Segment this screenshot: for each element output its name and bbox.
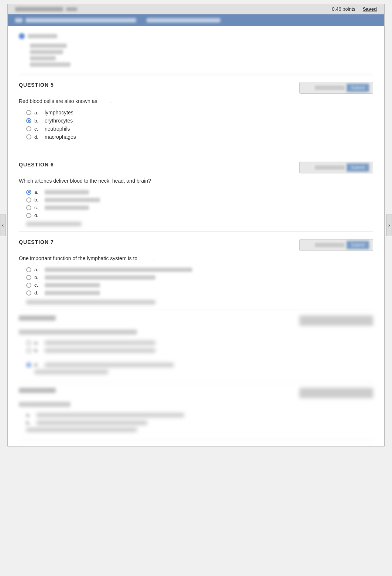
question-6-block: QUESTION 6 Submit Which arteries deliver…: [19, 154, 373, 232]
nav-right-arrow[interactable]: ›: [386, 214, 392, 236]
blue-title-content: [15, 18, 377, 23]
radio-7d[interactable]: [26, 290, 31, 296]
answer-7b-text: [45, 275, 155, 280]
question-5-score-btn[interactable]: Submit: [347, 84, 369, 92]
question-7-number: QUESTION 7: [19, 239, 54, 245]
question-8-answers: a. b. d.: [19, 340, 373, 374]
answer-8d-text: [45, 363, 174, 367]
question-8-text-blurred: [19, 330, 137, 335]
blue-title-bar: [8, 14, 384, 26]
answer-7a[interactable]: a.: [26, 267, 373, 272]
answer-8e: [26, 370, 373, 374]
answer-8b-text: [45, 348, 155, 353]
radio-5d[interactable]: [26, 134, 31, 139]
answer-7a-text: [45, 268, 192, 272]
answer-6c[interactable]: c.: [26, 205, 373, 210]
answer-8e-text: [34, 370, 108, 374]
radio-5c[interactable]: [26, 126, 31, 131]
radio-5b[interactable]: [26, 118, 31, 123]
question-9-header: [19, 388, 373, 398]
saved-display: Saved: [363, 6, 377, 12]
question-7-block: QUESTION 7 Submit One important function…: [19, 232, 373, 310]
answer-9b-text: [37, 421, 147, 425]
question-7-hint: [19, 299, 373, 306]
question-5-score-box: Submit: [299, 82, 373, 94]
page-container: ‹ › 0.46 points Saved: [0, 0, 392, 450]
radio-7b[interactable]: [26, 275, 31, 280]
question-9-block: a. b.: [19, 382, 373, 440]
quiz-title-blurred: [15, 7, 77, 11]
question-5-block: QUESTION 5 Submit Red blood cells are al…: [19, 75, 373, 154]
question-6-header: QUESTION 6 Submit: [19, 162, 373, 173]
question-7-header: QUESTION 7 Submit: [19, 239, 373, 251]
question-5-text: Red blood cells are also known as ____.: [19, 97, 373, 105]
radio-6b[interactable]: [26, 197, 31, 203]
question-5-header: QUESTION 5 Submit: [19, 82, 373, 94]
question-6-answers: a. b. c. d.: [19, 189, 373, 218]
radio-7c[interactable]: [26, 283, 31, 288]
answer-5d[interactable]: d. macrophages: [26, 134, 373, 140]
radio-8b: [26, 348, 31, 353]
radio-5a[interactable]: [26, 110, 31, 115]
question-6-score-btn[interactable]: Submit: [347, 163, 369, 172]
answer-8d: d.: [26, 362, 373, 368]
question-8-number-blurred: [19, 315, 56, 321]
points-display: 0.46 points: [332, 6, 355, 12]
question-5-number: QUESTION 5: [19, 82, 54, 88]
question-7-score-box: Submit: [299, 239, 373, 251]
question-6-number: QUESTION 6: [19, 162, 54, 168]
blurred-top-section: [19, 26, 373, 75]
answer-7c-text: [45, 283, 100, 287]
question-6-selected-text: [26, 222, 82, 226]
answer-9a-text: [37, 413, 184, 417]
answer-6c-text: [45, 206, 89, 210]
answer-7b[interactable]: b.: [26, 275, 373, 280]
question-8-score-blurred: [299, 315, 373, 326]
question-6-selected-area: [19, 221, 373, 228]
question-6-score-box: Submit: [299, 162, 373, 173]
answer-9c: [26, 428, 373, 432]
answer-5c-text: neutrophils: [45, 126, 70, 132]
answer-5d-text: macrophages: [45, 134, 76, 140]
question-8-block: a. b. d.: [19, 310, 373, 382]
answer-8b: b.: [26, 348, 373, 353]
nav-left-arrow[interactable]: ‹: [0, 214, 6, 236]
radio-6c[interactable]: [26, 205, 31, 210]
answer-7d[interactable]: d.: [26, 290, 373, 296]
answer-8a: a.: [26, 340, 373, 345]
question-8-header: [19, 315, 373, 326]
question-9-answers: a. b.: [19, 412, 373, 432]
question-7-hint-text: [26, 300, 155, 304]
answer-9c-text: [26, 428, 137, 432]
answer-6b-text: [45, 198, 100, 202]
answer-6d[interactable]: d.: [26, 213, 373, 218]
question-5-answers: a. lymphocytes b. erythrocytes c. neutro…: [19, 110, 373, 140]
question-5-selection-area: [19, 143, 373, 150]
answer-6a[interactable]: a.: [26, 189, 373, 195]
question-6-text: Which arteries deliver blood to the neck…: [19, 177, 373, 185]
quiz-content: QUESTION 5 Submit Red blood cells are al…: [8, 26, 384, 440]
question-7-text: One important function of the lymphatic …: [19, 255, 373, 262]
radio-6a[interactable]: [26, 190, 31, 195]
answer-8a-text: [45, 341, 155, 345]
question-9-score-blurred: [299, 388, 373, 398]
answer-7d-text: [45, 291, 100, 295]
quiz-container: 0.46 points Saved: [7, 4, 385, 446]
answer-5b-text: erythrocytes: [45, 118, 73, 124]
top-header: 0.46 points Saved: [8, 4, 384, 14]
question-7-score-btn[interactable]: Submit: [347, 241, 369, 249]
answer-5a-text: lymphocytes: [45, 110, 73, 115]
answer-7c[interactable]: c.: [26, 282, 373, 288]
radio-8a: [26, 340, 31, 345]
answer-5c[interactable]: c. neutrophils: [26, 126, 373, 132]
radio-6d[interactable]: [26, 213, 31, 218]
question-9-number-blurred: [19, 388, 56, 393]
answer-9a: a.: [26, 412, 373, 418]
answer-5b[interactable]: b. erythrocytes: [26, 118, 373, 124]
radio-7a[interactable]: [26, 267, 31, 272]
answer-6a-text: [45, 190, 89, 194]
answer-6b[interactable]: b.: [26, 197, 373, 203]
answer-5a[interactable]: a. lymphocytes: [26, 110, 373, 115]
question-9-text-blurred: [19, 402, 71, 407]
answer-8c: [26, 355, 373, 360]
